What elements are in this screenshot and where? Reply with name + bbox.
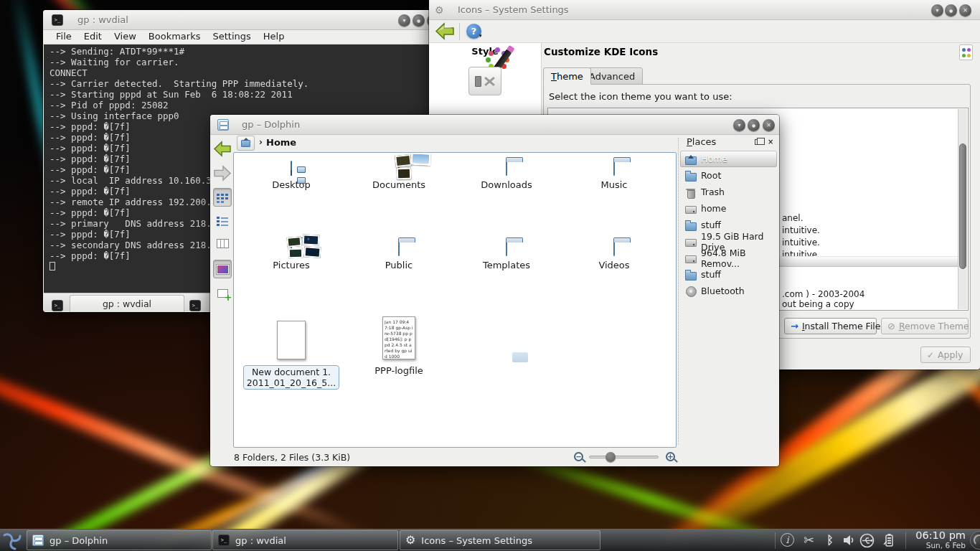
konsole-titlebar[interactable]: >_ gp : wvdial ▾ ● ✕ xyxy=(43,10,430,30)
split-view-icon: + xyxy=(217,289,228,298)
file-label-line1: New document 1. xyxy=(247,367,336,377)
places-title: Places xyxy=(687,136,716,147)
sidebar-item-style[interactable]: Style xyxy=(429,43,541,57)
clock-time: 06:10 pm xyxy=(915,530,966,542)
tab-theme[interactable]: Theme xyxy=(543,67,591,85)
terminal-cursor xyxy=(50,262,55,270)
minimize-button[interactable]: ▾ xyxy=(733,119,745,131)
panel-splitter[interactable] xyxy=(678,138,679,445)
forward-button[interactable] xyxy=(213,164,232,182)
battery-icon[interactable] xyxy=(882,533,896,550)
maximize-button[interactable]: ● xyxy=(413,14,425,27)
folder-item[interactable]: Music xyxy=(560,161,668,225)
usb-device-icon[interactable] xyxy=(859,533,875,551)
maximize-button[interactable]: ● xyxy=(748,119,760,131)
clock[interactable]: 06:10 pm Sun, 6 Feb xyxy=(915,530,966,550)
theme-list-text: anel. xyxy=(782,213,804,223)
place-item[interactable]: home xyxy=(680,200,777,217)
detach-panel-icon[interactable] xyxy=(755,139,761,145)
konsole-tab[interactable]: gp : wvdial xyxy=(70,295,184,312)
place-icon xyxy=(685,286,697,296)
remove-theme-button[interactable]: ⊘ Remove Theme xyxy=(881,318,969,334)
zoom-slider-handle[interactable] xyxy=(606,452,616,462)
document-preview-icon: Jan 17 09:4 7:18 gp-Asp ire-5738 pp pd[1… xyxy=(382,316,415,359)
theme-list-text: intuitive. xyxy=(782,225,820,235)
settings-titlebar[interactable]: ⚙ Icons – System Settings ▾ ● ✕ xyxy=(429,0,980,20)
taskbar-item-system-settings[interactable]: ⚙ Icons – System Settings xyxy=(400,530,600,550)
notifications-info-icon[interactable]: i xyxy=(781,533,794,547)
maximize-button[interactable]: ● xyxy=(945,4,957,17)
file-label-line2: 2011_01_20_16_5... xyxy=(247,377,336,388)
taskbar-item-wvdial[interactable]: >_ gp : wvdial xyxy=(212,530,398,550)
breadcrumb-current[interactable]: Home xyxy=(266,137,296,148)
details-view-icon xyxy=(217,216,228,225)
terminal-line: --> Carrier detected. Starting PPP immed… xyxy=(50,78,430,89)
zoom-slider[interactable] xyxy=(589,456,659,458)
place-icon xyxy=(685,171,697,181)
chevron-down-icon[interactable]: ▾ xyxy=(479,33,482,39)
back-button[interactable] xyxy=(435,22,455,40)
icons-view-button[interactable] xyxy=(213,188,232,207)
desktop: >_ gp : wvdial ▾ ● ✕ FileEditViewBookmar… xyxy=(0,0,980,551)
menu-item[interactable]: File xyxy=(56,31,72,42)
volume-icon[interactable] xyxy=(842,534,855,550)
document-preview-text: Jan 17 09:4 7:18 gp-Asp ire-5738 pp pd[1… xyxy=(383,317,415,359)
dolphin-titlebar[interactable]: gp – Dolphin ▾ ● ✕ xyxy=(210,115,779,135)
klipper-scissors-icon[interactable]: ✂ xyxy=(804,532,814,547)
place-item[interactable]: 964.8 MiB Remov... xyxy=(680,250,777,266)
scrollbar-thumb[interactable] xyxy=(959,143,966,269)
apply-button[interactable]: ✓ Apply xyxy=(920,347,971,363)
scrollbar[interactable] xyxy=(958,109,967,309)
close-button[interactable]: ✕ xyxy=(959,4,971,17)
plus-icon: + xyxy=(225,294,232,301)
folder-item[interactable]: Public xyxy=(345,242,453,305)
install-arrow-icon: → xyxy=(791,321,798,331)
menu-item[interactable]: Bookmarks xyxy=(149,31,201,42)
folder-item[interactable]: Templates xyxy=(453,242,560,305)
new-tab-button[interactable]: >_ xyxy=(50,296,65,309)
menu-item[interactable]: Edit xyxy=(84,31,102,42)
window-title: gp – Dolphin xyxy=(242,119,300,130)
back-button[interactable] xyxy=(213,139,232,158)
menu-item[interactable]: Settings xyxy=(212,31,250,42)
close-button[interactable]: ✕ xyxy=(763,119,775,131)
preview-button[interactable] xyxy=(213,260,232,278)
folder-view[interactable]: Desktop Documents Downloads Music Pictur… xyxy=(233,152,677,448)
folder-item[interactable]: Desktop xyxy=(237,161,345,225)
menu-item[interactable]: View xyxy=(114,31,136,42)
menu-item[interactable]: Help xyxy=(263,31,285,42)
konsole-tab-2[interactable]: >_ xyxy=(187,296,203,309)
install-theme-button[interactable]: → Install Theme File... xyxy=(784,318,877,334)
breadcrumb-home-button[interactable] xyxy=(237,136,255,151)
home-icon xyxy=(241,140,250,147)
zoom-out-icon[interactable]: − xyxy=(574,452,583,461)
overview-grid-icon[interactable] xyxy=(959,44,973,60)
place-item[interactable]: Home xyxy=(680,151,777,167)
file-item-new-document[interactable]: New document 1. 2011_01_20_16_5... xyxy=(237,316,345,390)
folder-label: Downloads xyxy=(453,179,560,190)
place-item[interactable]: Trash xyxy=(680,184,777,200)
zoom-in-icon[interactable]: + xyxy=(666,452,675,461)
split-view-button[interactable]: + xyxy=(213,284,232,303)
folder-item[interactable]: Documents xyxy=(345,161,453,225)
bluetooth-icon[interactable]: ᛒ xyxy=(826,533,834,547)
place-icon xyxy=(685,253,697,263)
folder-item[interactable]: Pictures xyxy=(237,242,345,305)
place-item[interactable]: stuff xyxy=(680,266,777,283)
folder-item[interactable]: Downloads xyxy=(453,161,560,225)
minimize-button[interactable]: ▾ xyxy=(398,14,410,27)
minimize-button[interactable]: ▾ xyxy=(931,4,943,17)
check-icon: ✓ xyxy=(927,350,934,360)
file-item-ppp-logfile[interactable]: Jan 17 09:4 7:18 gp-Asp ire-5738 pp pd[1… xyxy=(345,316,453,376)
dolphin-window: gp – Dolphin ▾ ● ✕ › Home xyxy=(210,115,779,466)
place-item[interactable]: Root xyxy=(680,167,777,184)
app-launcher-button[interactable] xyxy=(1,530,24,551)
taskbar-item-dolphin[interactable]: gp – Dolphin xyxy=(27,530,212,550)
place-label: Home xyxy=(701,154,727,164)
close-panel-icon[interactable]: × xyxy=(768,138,773,146)
place-item[interactable]: Bluetooth xyxy=(680,283,777,299)
folder-item[interactable]: Videos xyxy=(560,242,668,305)
sidebar-item-hardware-icon[interactable] xyxy=(468,67,501,95)
columns-view-button[interactable] xyxy=(213,234,232,253)
details-view-button[interactable] xyxy=(213,211,232,230)
